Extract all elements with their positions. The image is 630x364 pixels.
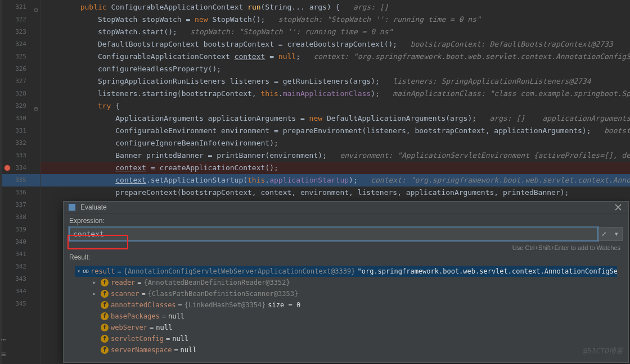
- app-icon: [68, 203, 76, 211]
- tree-node[interactable]: f basePackages = null: [75, 311, 617, 322]
- evaluate-dialog: Evaluate Expression: ⤢ ▾ Use Ctrl+Shift+…: [63, 201, 629, 363]
- close-icon[interactable]: [613, 202, 624, 213]
- line-number[interactable]: 324: [2, 38, 40, 51]
- line-number[interactable]: 321⊟: [2, 1, 40, 13]
- line-number[interactable]: 339: [2, 224, 40, 236]
- code-line[interactable]: ApplicationArguments applicationArgument…: [40, 112, 630, 125]
- line-number[interactable]: 325: [2, 51, 40, 63]
- line-number[interactable]: 345: [2, 298, 40, 310]
- tree-node[interactable]: f serverNamespace = null: [75, 344, 617, 356]
- code-line[interactable]: prepareContext(bootstrapContext, context…: [40, 186, 630, 199]
- tree-node[interactable]: f scanner = {ClassPathBeanDefinitionScan…: [75, 288, 617, 299]
- code-line[interactable]: SpringApplicationRunListeners listeners …: [40, 75, 630, 88]
- tree-node[interactable]: f reader = {AnnotatedBeanDefinitionReade…: [75, 277, 617, 288]
- line-number[interactable]: 332: [2, 137, 40, 149]
- result-tree[interactable]: oo result = {AnnotationConfigServletWebS…: [75, 266, 617, 356]
- expand-icon[interactable]: ⤢: [598, 227, 610, 241]
- code-line[interactable]: ConfigurableEnvironment environment = pr…: [40, 125, 630, 137]
- code-line[interactable]: stopWatch.start(); stopWatch: "StopWatch…: [40, 26, 630, 38]
- expression-row: ⤢ ▾: [69, 227, 623, 241]
- code-line[interactable]: context.setApplicationStartup(this.appli…: [40, 174, 630, 186]
- tree-root[interactable]: oo result = {AnnotationConfigServletWebS…: [75, 266, 617, 277]
- tool-window-icons[interactable]: ⋯ ≡: [1, 335, 6, 358]
- line-number[interactable]: 337: [2, 199, 40, 211]
- line-number[interactable]: 330: [2, 112, 40, 125]
- gutter: 321⊟322323324325326327328329⊟33033133233…: [2, 0, 40, 364]
- line-number[interactable]: 323: [2, 26, 40, 38]
- tree-node[interactable]: f servletConfig = null: [75, 333, 617, 344]
- evaluate-body: Expression: ⤢ ▾ Use Ctrl+Shift+Enter to …: [64, 213, 628, 362]
- watermark: @51CTO博客: [582, 346, 623, 356]
- structure-icon[interactable]: ⋯: [1, 335, 6, 344]
- line-number[interactable]: 342: [2, 261, 40, 273]
- dialog-title: Evaluate: [80, 203, 107, 211]
- expression-input[interactable]: [69, 227, 598, 241]
- code-line[interactable]: configureIgnoreBeanInfo(environment);: [40, 137, 630, 149]
- result-label: Result:: [69, 253, 623, 261]
- code-line[interactable]: try {: [40, 100, 630, 112]
- line-number[interactable]: 326: [2, 63, 40, 75]
- code-line[interactable]: StopWatch stopWatch = new StopWatch(); s…: [40, 13, 630, 26]
- line-number[interactable]: 341: [2, 248, 40, 261]
- code-line[interactable]: Banner printedBanner = printBanner(envir…: [40, 149, 630, 162]
- line-number[interactable]: 344: [2, 285, 40, 298]
- code-line[interactable]: listeners.starting(bootstrapContext, thi…: [40, 88, 630, 100]
- evaluate-title-bar[interactable]: Evaluate: [64, 202, 628, 213]
- line-number[interactable]: 343: [2, 273, 40, 285]
- tree-node[interactable]: f webServer = null: [75, 322, 617, 333]
- line-number[interactable]: 334: [2, 162, 40, 174]
- line-number[interactable]: 335: [2, 174, 40, 186]
- line-number[interactable]: 329⊟: [2, 100, 40, 112]
- line-number[interactable]: 327: [2, 75, 40, 88]
- line-number[interactable]: 333: [2, 149, 40, 162]
- line-number[interactable]: 322: [2, 13, 40, 26]
- tree-node[interactable]: f annotatedClasses = {LinkedHashSet@3354…: [75, 299, 617, 311]
- line-number[interactable]: 338: [2, 211, 40, 224]
- expression-label: Expression:: [69, 217, 623, 225]
- code-line[interactable]: DefaultBootstrapContext bootstrapContext…: [40, 38, 630, 51]
- line-number[interactable]: 340: [2, 236, 40, 248]
- history-dropdown-icon[interactable]: ▾: [610, 227, 623, 241]
- line-number[interactable]: 336: [2, 186, 40, 199]
- watches-hint: Use Ctrl+Shift+Enter to add to Watches: [69, 243, 623, 251]
- line-number[interactable]: 328: [2, 88, 40, 100]
- code-line[interactable]: ConfigurableApplicationContext context =…: [40, 51, 630, 63]
- code-line[interactable]: context = createApplicationContext();: [40, 162, 630, 174]
- bookmarks-icon[interactable]: ≡: [1, 349, 6, 358]
- line-number[interactable]: 331: [2, 125, 40, 137]
- code-line[interactable]: configureHeadlessProperty();: [40, 63, 630, 75]
- code-line[interactable]: public ConfigurableApplicationContext ru…: [40, 1, 630, 13]
